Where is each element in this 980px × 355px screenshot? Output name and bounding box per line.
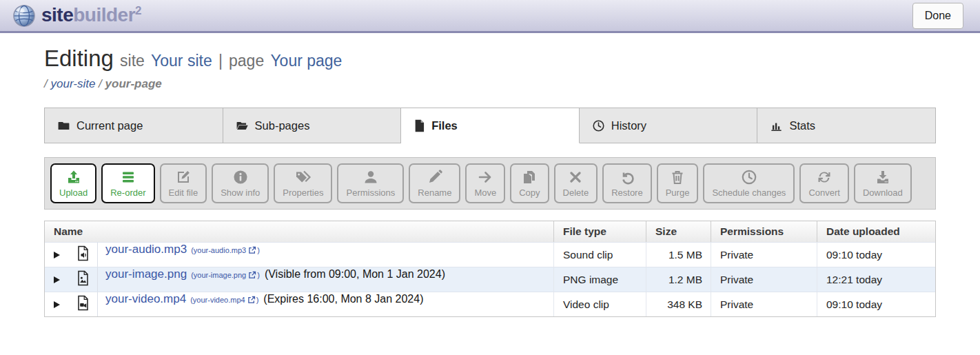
button-label: Edit file — [169, 187, 198, 198]
permissions-cell: Private — [711, 243, 817, 267]
edit-file-button[interactable]: Edit file — [160, 163, 207, 203]
external-link-icon — [248, 271, 256, 279]
info-icon — [232, 169, 249, 185]
editing-label: Editing — [44, 45, 114, 71]
person-icon — [363, 169, 379, 185]
column-header-name: Name — [45, 221, 553, 242]
edit-icon — [175, 169, 192, 185]
file-schedule-note: (Visible from 09:00, Mon 1 Jan 2024) — [265, 268, 445, 281]
tab-current-page[interactable]: Current page — [45, 108, 223, 143]
file-type-cell: Video clip — [553, 292, 646, 316]
breadcrumb-site-link[interactable]: your-site — [50, 77, 95, 90]
bar-chart-icon — [770, 119, 783, 132]
app-header: sitebuilder2 Done — [0, 0, 980, 33]
main-content: Editing site Your site | page Your page … — [44, 45, 936, 317]
file-schedule-note: (Expires 16:00, Mon 8 Jan 2024) — [263, 293, 423, 305]
page-title: Editing site Your site | page Your page — [44, 45, 936, 72]
schedule-clock-icon — [741, 169, 757, 185]
arrow-right-icon — [477, 169, 493, 185]
rename-button[interactable]: Rename — [409, 163, 460, 203]
tab-history[interactable]: History — [580, 108, 758, 143]
table-header-row: Name File type Size Permissions Date upl… — [45, 221, 935, 242]
file-type-cell: Sound clip — [553, 243, 646, 267]
download-button[interactable]: Download — [854, 163, 912, 203]
show-info-button[interactable]: Show info — [212, 163, 269, 203]
expand-arrow-icon[interactable] — [54, 301, 60, 308]
size-cell: 1.5 MB — [646, 243, 711, 267]
restore-button[interactable]: Restore — [602, 163, 652, 203]
image-file-icon — [76, 270, 90, 289]
x-icon — [567, 169, 584, 185]
schedule-changes-button[interactable]: Schedule changes — [703, 163, 795, 203]
tab-sub-pages[interactable]: Sub-pages — [223, 108, 402, 143]
logo-text-site: site — [41, 5, 73, 26]
reorder-icon — [120, 169, 136, 185]
file-direct-link[interactable]: (your-audio.mp3) — [191, 246, 260, 254]
permissions-cell: Private — [711, 292, 817, 316]
clock-icon — [592, 119, 605, 132]
reorder-button[interactable]: Re-order — [101, 163, 154, 203]
site-word: site — [120, 52, 145, 70]
file-direct-link[interactable]: (your-image.png) — [191, 271, 260, 279]
breadcrumb: / your-site / your-page — [44, 77, 936, 91]
button-label: Show info — [221, 187, 260, 198]
tab-label: Stats — [789, 119, 815, 132]
sitebuilder-logo[interactable]: sitebuilder2 — [12, 4, 141, 28]
file-name-link[interactable]: your-audio.mp3 — [105, 243, 187, 256]
logo-text: sitebuilder2 — [41, 4, 141, 26]
download-icon — [875, 169, 891, 185]
purge-button[interactable]: Purge — [657, 163, 699, 203]
button-label: Schedule changes — [712, 187, 786, 198]
properties-button[interactable]: Properties — [274, 163, 332, 203]
audio-file-icon — [76, 245, 90, 264]
column-header-permissions: Permissions — [711, 221, 817, 242]
button-label: Upload — [59, 187, 88, 198]
button-label: Download — [863, 187, 903, 198]
button-label: Purge — [666, 187, 690, 198]
copy-button[interactable]: Copy — [510, 163, 549, 203]
external-link-icon — [247, 296, 256, 304]
button-label: Delete — [563, 187, 589, 198]
file-toolbar: Upload Re-order Edit file Show info Prop… — [44, 157, 936, 210]
folder-icon — [57, 119, 70, 132]
button-label: Convert — [808, 187, 840, 198]
column-header-date-uploaded: Date uploaded — [817, 221, 935, 242]
undo-icon — [619, 169, 635, 185]
button-label: Copy — [519, 187, 540, 198]
date-uploaded-cell: 12:21 today — [817, 267, 935, 292]
upload-button[interactable]: Upload — [50, 163, 96, 203]
trash-icon — [669, 169, 686, 185]
move-button[interactable]: Move — [465, 163, 505, 203]
table-row-audio: your-audio.mp3 (your-audio.mp3) Sound cl… — [45, 242, 935, 267]
tab-label: History — [611, 119, 646, 132]
table-row-video: your-video.mp4 (your-video.mp4) (Expires… — [45, 292, 935, 316]
button-label: Move — [474, 187, 496, 198]
convert-button[interactable]: Convert — [799, 163, 849, 203]
column-header-size: Size — [646, 221, 711, 242]
date-uploaded-cell: 09:10 today — [817, 243, 935, 267]
delete-button[interactable]: Delete — [554, 163, 598, 203]
tab-label: Sub-pages — [255, 119, 310, 132]
done-button[interactable]: Done — [912, 3, 963, 29]
site-name-link[interactable]: Your site — [151, 52, 212, 70]
external-link-icon — [248, 246, 256, 254]
globe-icon — [12, 4, 36, 28]
file-type-cell: PNG image — [553, 267, 646, 292]
button-label: Permissions — [346, 187, 395, 198]
table-row-image: your-image.png (your-image.png) (Visible… — [45, 267, 935, 292]
file-direct-link[interactable]: (your-video.mp4) — [190, 296, 258, 304]
tab-files[interactable]: Files — [401, 108, 580, 143]
button-label: Restore — [611, 187, 643, 198]
file-name-link[interactable]: your-video.mp4 — [105, 292, 186, 306]
expand-arrow-icon[interactable] — [54, 252, 60, 258]
convert-icon — [816, 169, 833, 185]
page-name-link[interactable]: Your page — [270, 52, 342, 70]
permissions-button[interactable]: Permissions — [337, 163, 404, 203]
permissions-cell: Private — [711, 267, 817, 292]
upload-icon — [65, 169, 82, 185]
expand-arrow-icon[interactable] — [54, 276, 60, 283]
date-uploaded-cell: 09:10 today — [817, 292, 935, 316]
file-name-link[interactable]: your-image.png — [105, 267, 187, 281]
breadcrumb-slash: / — [99, 77, 102, 90]
tab-stats[interactable]: Stats — [757, 108, 936, 143]
